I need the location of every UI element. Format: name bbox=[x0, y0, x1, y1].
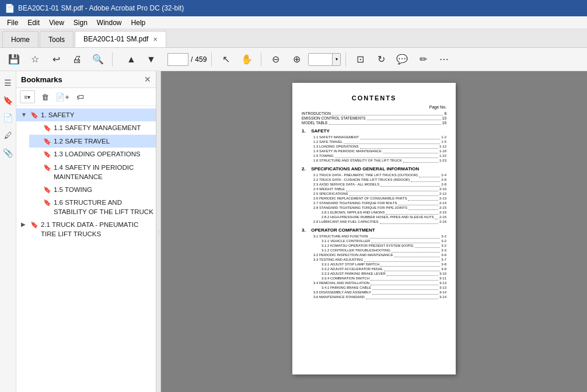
pdf-s1-3-page: 1-12 bbox=[439, 145, 446, 149]
bookmark-icon-1-3: 🔖 bbox=[43, 150, 51, 159]
pdf-s1-1-num: 1.1 bbox=[313, 135, 318, 139]
pdf-s3-3-3: 3.3.3 ADJUST PARKING BRAKE LEVER 3-10 bbox=[302, 272, 446, 276]
bookmarks-panel-button[interactable]: 🔖 bbox=[1, 93, 15, 107]
tab-pdf[interactable]: BEA20C1-01 SM.pdf ✕ bbox=[75, 31, 166, 47]
bookmark-item-1-5[interactable]: 🔖 1.5 TOWING bbox=[29, 183, 156, 196]
signatures-panel-button[interactable]: 🖊 bbox=[1, 128, 15, 142]
pdf-s1-3-num: 1.3 bbox=[313, 145, 318, 149]
bookmark-tag-button[interactable]: 🏷 bbox=[72, 90, 88, 103]
save-button[interactable]: 💾 bbox=[5, 51, 23, 68]
menu-bar: File Edit View Sign Window Help bbox=[0, 16, 587, 29]
comment-button[interactable]: 💬 bbox=[393, 51, 411, 68]
tab-tools[interactable]: Tools bbox=[40, 31, 74, 47]
zoom-dropdown-arrow[interactable]: ▾ bbox=[332, 54, 340, 65]
bookmark-expand-1-6 bbox=[34, 198, 42, 206]
tab-close-icon[interactable]: ✕ bbox=[153, 36, 158, 43]
bookmark-expand-1-2 bbox=[34, 137, 42, 145]
more-tools-button[interactable]: ⋯ bbox=[435, 51, 453, 68]
bookmark-item-1-3[interactable]: 🔖 1.3 LOADING OPERATIONS bbox=[29, 148, 156, 160]
panel-splitter[interactable]: ⋮ bbox=[156, 71, 161, 392]
tab-bar: Home Tools BEA20C1-01 SM.pdf ✕ bbox=[0, 29, 587, 48]
bookmark-item-1-4[interactable]: 🔖 1.4 SAFETY IN PERIODIC MAINTENANCE bbox=[29, 161, 156, 183]
pdf-section-1-header: 1. SAFETY bbox=[302, 128, 446, 134]
menu-edit[interactable]: Edit bbox=[23, 18, 44, 28]
pdf-s1-2-page: 1-5 bbox=[441, 140, 446, 144]
bookmark-children-safety: 🔖 1.1 SAFETY MANAGEMENT 🔖 1.2 SAFE TRAVE… bbox=[16, 121, 156, 218]
bookmark-expand-safety[interactable]: ▼ bbox=[21, 111, 29, 119]
left-panel-toggle: ☰ 🔖 📄 🖊 📎 bbox=[0, 71, 16, 392]
menu-view[interactable]: View bbox=[44, 18, 69, 28]
bookmark-label-1-2: 1.2 SAFE TRAVEL bbox=[54, 136, 153, 146]
bookmark-panel: Bookmarks ✕ ≡▾ 🗑 📄+ 🏷 ▼ 🔖 1. SAFETY 🔖 1.… bbox=[16, 71, 156, 392]
zoom-input[interactable]: 49% bbox=[309, 54, 332, 65]
prev-page-button[interactable]: ▲ bbox=[122, 51, 141, 68]
pdf-s3-1: 3.1 STRUCTURE AND FUNCTION 3-2 bbox=[302, 235, 446, 239]
pdf-s1-3-label: LOADING OPERATIONS bbox=[319, 145, 359, 149]
pdf-toc-intro-dots bbox=[332, 111, 443, 116]
bookmark-item-2-1[interactable]: ▶ 🔖 2.1 TRUCK DATA - PNEUMATIC TIRE LIFT… bbox=[16, 218, 156, 240]
bookmark-icon-1-5: 🔖 bbox=[43, 186, 51, 194]
page-number-input[interactable]: 2 bbox=[167, 53, 188, 66]
rotate-button[interactable]: ↻ bbox=[372, 51, 390, 68]
pages-panel-button[interactable]: 📄 bbox=[1, 111, 15, 125]
bookmark-new-button[interactable]: 📄+ bbox=[55, 90, 70, 103]
bookmark-toolbar: ≡▾ 🗑 📄+ 🏷 bbox=[16, 88, 156, 106]
main-layout: ☰ 🔖 📄 🖊 📎 Bookmarks ✕ ≡▾ 🗑 📄+ 🏷 ▼ 🔖 1. S… bbox=[0, 71, 587, 392]
highlight-button[interactable]: ✏ bbox=[414, 51, 432, 68]
menu-sign[interactable]: Sign bbox=[69, 18, 92, 28]
bookmark-item-safety[interactable]: ▼ 🔖 1. SAFETY bbox=[16, 108, 156, 121]
bookmark-expand-2-1[interactable]: ▶ bbox=[21, 220, 29, 229]
back-button[interactable]: ↩ bbox=[47, 51, 65, 68]
bookmark-expand-1-1 bbox=[34, 124, 42, 132]
tab-pdf-label: BEA20C1-01 SM.pdf bbox=[83, 35, 148, 43]
attachments-panel-button[interactable]: 📎 bbox=[1, 146, 15, 160]
bookmark-item-1-6[interactable]: 🔖 1.6 STRUCTURE AND STABILITY OF THE LIF… bbox=[29, 196, 156, 218]
pdf-s1-6-num: 1.6 bbox=[313, 159, 318, 163]
pdf-s3-2: 3.2 PERIODIC INSPECTION AND MAINTENANCE … bbox=[302, 253, 446, 257]
pdf-section-2-title: SPECIFICATIONS AND GENERAL INFORMATION bbox=[311, 166, 419, 172]
pdf-s3-6: 3.6 MAINTENANCE STANDARD 3-14 bbox=[302, 295, 446, 299]
pdf-viewer-area[interactable]: CONTENTS Page No. INTRODUCTION 8 EMISSIO… bbox=[161, 71, 587, 392]
bookmark-expand-1-5 bbox=[34, 186, 42, 194]
pdf-toc-emission-label: EMISSION CONTROL STATEMENTS bbox=[302, 116, 366, 120]
nav-controls: ▲ ▼ bbox=[122, 51, 160, 68]
pdf-toc-model-page: 16 bbox=[442, 121, 446, 125]
zoom-in-button[interactable]: ⊕ bbox=[287, 51, 306, 68]
pdf-s3-3-4: 3.3.4 COMBINATION SWITCH 3-11 bbox=[302, 276, 446, 281]
cursor-tool-button[interactable]: ↖ bbox=[216, 51, 235, 68]
bookmark-item-1-1[interactable]: 🔖 1.1 SAFETY MANAGEMENT bbox=[29, 121, 156, 134]
menu-file[interactable]: File bbox=[2, 18, 23, 28]
bookmark-item-1-2[interactable]: 🔖 1.2 SAFE TRAVEL bbox=[29, 135, 156, 148]
bookmark-close-button[interactable]: ✕ bbox=[144, 75, 151, 84]
print-button[interactable]: 🖨 bbox=[68, 51, 86, 68]
pdf-s1-3: 1.3 LOADING OPERATIONS 1-12 bbox=[302, 145, 446, 149]
menu-help[interactable]: Help bbox=[127, 18, 151, 28]
pdf-contents-title: CONTENTS bbox=[302, 94, 446, 102]
pdf-section-1-title: SAFETY bbox=[311, 128, 330, 134]
next-page-button[interactable]: ▼ bbox=[142, 51, 160, 68]
title-bar: 📄 BEA20C1-01 SM.pdf - Adobe Acrobat Pro … bbox=[0, 0, 587, 16]
pdf-s2-8-2: 2.8.2 HIGH-PRESSURE RUBBER HOSES, PIPES … bbox=[302, 215, 446, 219]
pdf-s1-6-label: STRUCTURE AND STABILITY OF THE LIFT TRUC… bbox=[319, 159, 402, 163]
bookmark-add-button[interactable]: ☆ bbox=[26, 51, 44, 68]
pdf-s3-3-2: 3.3.2 ADJUST ACCELERATOR PEDAL 3-9 bbox=[302, 267, 446, 271]
pdf-s1-6: 1.6 STRUCTURE AND STABILITY OF THE LIFT … bbox=[302, 159, 446, 163]
pdf-s3-1-2b: 3.1.2 CONTROLLER TROUBLESHOOTING 3-3 bbox=[302, 249, 446, 253]
bookmark-delete-button[interactable]: 🗑 bbox=[37, 90, 53, 103]
sidebar-toggle-button[interactable]: ☰ bbox=[1, 76, 15, 90]
hand-tool-button[interactable]: ✋ bbox=[237, 51, 256, 68]
bookmark-view-dropdown[interactable]: ≡▾ bbox=[20, 90, 35, 103]
pdf-toc-emission-page: 10 bbox=[442, 116, 446, 120]
search-button[interactable]: 🔍 bbox=[89, 51, 107, 68]
zoom-out-button[interactable]: ⊖ bbox=[266, 51, 285, 68]
fit-page-button[interactable]: ⊡ bbox=[351, 51, 369, 68]
tab-home[interactable]: Home bbox=[2, 31, 39, 47]
tab-tools-label: Tools bbox=[48, 36, 65, 44]
pdf-s3-4-1: 3.4.1 PARKING BRAKE CABLE 3-13 bbox=[302, 286, 446, 290]
toolbar-divider-1 bbox=[112, 52, 113, 66]
pdf-s3-4: 3.4 REMOVAL AND INSTALLATION 3-13 bbox=[302, 281, 446, 285]
pdf-page-no-label: Page No. bbox=[302, 105, 446, 109]
bookmark-expand-1-3 bbox=[34, 150, 42, 158]
menu-window[interactable]: Window bbox=[92, 18, 127, 28]
bookmark-icon-1-6: 🔖 bbox=[43, 198, 51, 207]
